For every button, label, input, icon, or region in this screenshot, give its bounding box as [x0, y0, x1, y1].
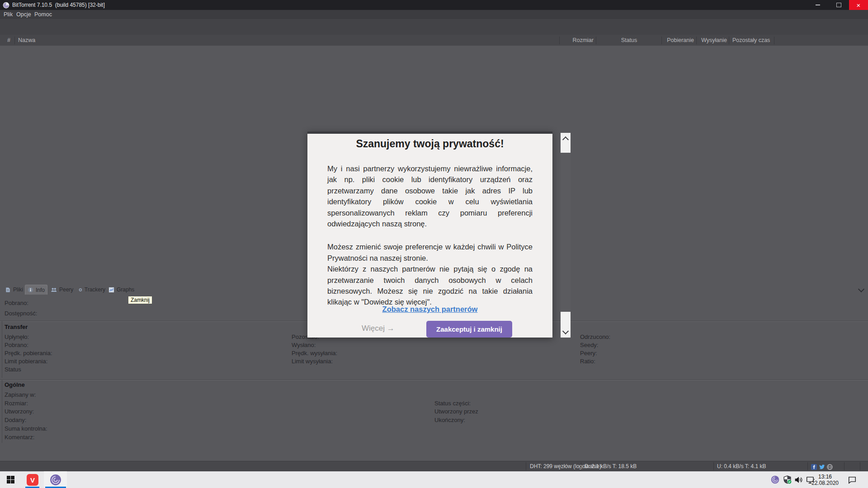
taskbar [0, 471, 868, 488]
globe-icon [827, 464, 833, 470]
clock-date: 22.08.2020 [807, 480, 843, 486]
dialog-paragraph: Możesz zmienić swoje preferencje w każde… [327, 241, 533, 263]
field-odrzucono: Odrzucono: [580, 333, 610, 340]
tab-label: Info [36, 287, 45, 293]
graphs-icon [108, 287, 114, 293]
column-divider[interactable] [559, 37, 560, 44]
tab-label: Pliki [13, 286, 23, 293]
scrollbar-thumb[interactable] [561, 153, 571, 312]
dialog-paragraph: My i nasi partnerzy wykorzystujemy niewr… [327, 163, 533, 229]
tab-graphs[interactable]: Graphs [106, 285, 135, 295]
field-seedy: Seedy: [580, 342, 598, 348]
tab-trackery[interactable]: Trackery [76, 285, 105, 295]
titlebar: BitTorrent 7.10.5 (build 45785) [32-bit]… [0, 0, 868, 10]
start-button[interactable] [0, 471, 21, 488]
tray-volume[interactable] [793, 471, 805, 488]
dialog-paragraph: Niektórzy z naszych partnerów nie pytają… [327, 263, 533, 308]
chevron-down-icon [858, 286, 864, 292]
tab-label: Peery [59, 286, 73, 293]
column-upload[interactable]: Wysyłanie [696, 37, 727, 43]
field-status: Status [5, 366, 21, 373]
svg-text:V: V [30, 476, 35, 483]
privacy-dialog: Szanujemy twoją prywatność! My i nasi pa… [307, 131, 552, 338]
field-predk-wysylania: Prędk. wysyłania: [292, 350, 337, 357]
column-name[interactable]: Nazwa [18, 37, 35, 43]
field-ukonczony: Ukończony: [434, 417, 465, 423]
scroll-up-icon[interactable] [562, 136, 569, 143]
menu-pomoc[interactable]: Pomoc [34, 11, 52, 18]
minimize-button[interactable] [807, 0, 828, 10]
column-divider[interactable] [729, 37, 729, 44]
statusbar-divider [526, 462, 526, 470]
windows-logo-icon [7, 476, 14, 483]
taskbar-vivaldi-button[interactable]: V [22, 471, 43, 488]
taskbar-bittorrent-button[interactable] [44, 471, 67, 488]
info-icon [28, 287, 33, 293]
close-icon: × [857, 1, 861, 9]
window-title: BitTorrent 7.10.5 (build 45785) [32-bit] [12, 2, 105, 8]
statusbar-divider [807, 462, 808, 470]
accept-and-close-button[interactable]: Zaakceptuj i zamknij [426, 321, 512, 338]
field-limit-pobierania: Limit pobierania: [5, 358, 47, 365]
partners-link[interactable]: Zobacz naszych partnerów [307, 305, 552, 314]
column-size[interactable]: Rozmiar [561, 37, 594, 43]
field-utworzony: Utworzony: [5, 408, 34, 415]
panel-collapse-button[interactable] [857, 286, 865, 293]
field-rozmiar: Rozmiar: [5, 400, 28, 407]
general-header: Ogólne [5, 381, 25, 388]
speaker-icon [794, 476, 803, 484]
field-pobrano: Pobrano: [5, 300, 28, 306]
facebook-icon [811, 464, 817, 470]
field-dostepnosc: Dostępność: [5, 310, 37, 317]
section-border [2, 321, 2, 378]
tab-label: Trackery [85, 286, 105, 293]
action-center-button[interactable] [844, 471, 860, 488]
tab-info[interactable]: Info [25, 285, 47, 295]
menu-plik[interactable]: Plik [4, 11, 13, 18]
statusbar-divider [581, 462, 581, 470]
taskbar-clock[interactable]: 13:16 22.08.2020 [807, 474, 843, 486]
statusbar-divider [860, 462, 860, 470]
facebook-button[interactable] [811, 464, 817, 472]
section-border [2, 380, 2, 443]
column-divider[interactable] [14, 37, 15, 44]
menu-opcje[interactable]: Opcje [16, 11, 31, 18]
bittorrent-tray-icon [771, 475, 779, 484]
column-divider[interactable] [774, 37, 774, 44]
statusbar-divider [844, 462, 844, 470]
twitter-icon [819, 464, 825, 470]
column-divider[interactable] [596, 37, 596, 44]
twitter-button[interactable] [819, 464, 825, 472]
dialog-title: Szanujemy twoją prywatność! [307, 138, 552, 150]
column-number[interactable]: # [7, 37, 10, 43]
trackers-icon [79, 287, 82, 293]
column-divider[interactable] [661, 37, 662, 44]
section-divider [0, 380, 868, 380]
dialog-body: My i nasi partnerzy wykorzystujemy niewr… [327, 163, 533, 308]
column-eta[interactable]: Pozostały czas [732, 37, 770, 43]
tab-label: Graphs [117, 286, 134, 293]
tray-defender[interactable] [781, 471, 793, 488]
dialog-top-border [307, 131, 552, 134]
close-button[interactable]: × [849, 0, 868, 10]
transfer-header: Transfer [5, 324, 28, 330]
close-tooltip: Zamknij [128, 296, 152, 304]
column-download[interactable]: Pobieranie [658, 37, 694, 43]
column-divider[interactable] [696, 37, 697, 44]
scroll-down-icon[interactable] [562, 328, 569, 334]
minimize-icon [816, 5, 820, 5]
tray-bittorrent[interactable] [769, 471, 781, 488]
bittorrent-icon [50, 474, 61, 486]
column-status[interactable]: Status [597, 37, 661, 43]
dialog-scrollbar[interactable] [561, 133, 571, 338]
website-button[interactable] [827, 464, 833, 472]
field-peery: Peery: [580, 350, 597, 357]
defender-shield-icon [783, 475, 792, 484]
more-button[interactable]: Więcej → [362, 324, 395, 333]
tab-pliki[interactable]: Pliki [3, 285, 24, 295]
tab-peery[interactable]: Peery [48, 285, 75, 295]
field-predk-pobierania: Prędk. pobierania: [5, 350, 52, 357]
bittorrent-logo-icon [3, 2, 9, 9]
peers-icon [51, 287, 57, 293]
maximize-button[interactable] [828, 0, 849, 10]
